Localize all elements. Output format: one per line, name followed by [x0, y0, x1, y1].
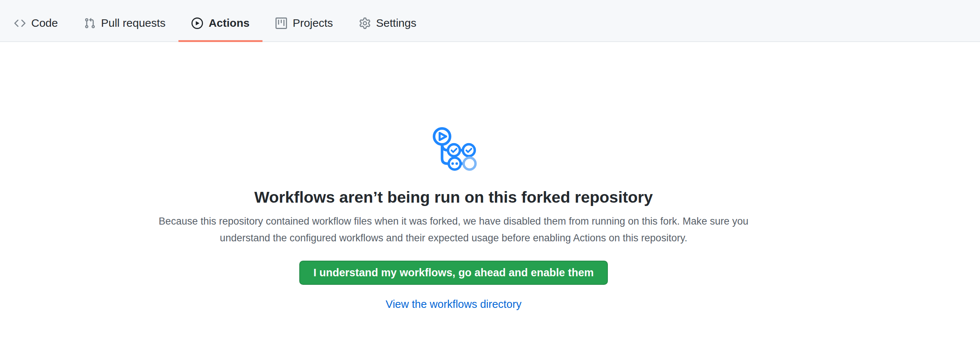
- tab-label: Code: [31, 17, 58, 29]
- tab-label: Settings: [376, 17, 417, 29]
- actions-blankslate-page: Workflows aren’t being run on this forke…: [0, 125, 980, 310]
- gear-icon: [359, 17, 371, 29]
- blankslate: Workflows aren’t being run on this forke…: [138, 125, 770, 310]
- tab-label: Actions: [208, 17, 250, 29]
- code-icon: [14, 17, 25, 29]
- tab-pull-requests[interactable]: Pull requests: [71, 0, 178, 42]
- workflow-graph-icon: [430, 125, 478, 171]
- link-row: View the workflows directory: [138, 298, 770, 310]
- play-circle-icon: [191, 17, 203, 29]
- tab-projects[interactable]: Projects: [262, 0, 346, 42]
- page-title: Workflows aren’t being run on this forke…: [138, 187, 770, 208]
- tab-settings[interactable]: Settings: [346, 0, 430, 42]
- view-workflows-directory-link[interactable]: View the workflows directory: [385, 298, 521, 310]
- tab-label: Projects: [293, 17, 333, 29]
- tab-label: Pull requests: [101, 17, 165, 29]
- blankslate-description: Because this repository contained workfl…: [145, 213, 762, 246]
- project-board-icon: [275, 17, 287, 29]
- tab-code[interactable]: Code: [1, 0, 71, 42]
- tab-actions[interactable]: Actions: [178, 0, 262, 42]
- repo-tab-bar: Code Pull requests Actions Projects Sett…: [0, 0, 980, 42]
- enable-workflows-button[interactable]: I understand my workflows, go ahead and …: [299, 260, 608, 285]
- git-pull-request-icon: [84, 17, 95, 29]
